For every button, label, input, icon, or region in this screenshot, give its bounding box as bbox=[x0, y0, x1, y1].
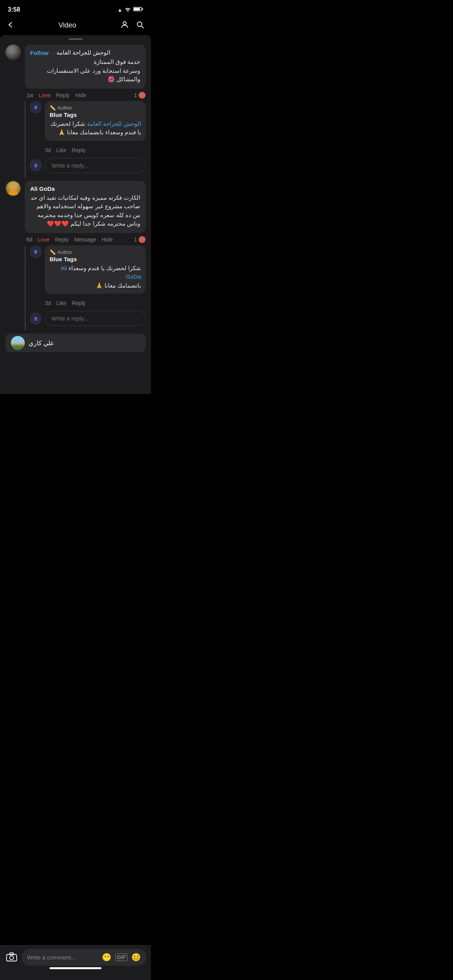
mention-1-1: الوحش للجراحة العامة bbox=[87, 120, 141, 127]
reply-time-1-1: 3d bbox=[45, 147, 51, 153]
svg-rect-1 bbox=[134, 8, 140, 10]
nav-bar: Video bbox=[0, 17, 151, 35]
love-count-1: 1 ❤ bbox=[134, 92, 146, 99]
comment-header-2: Ali GoDa bbox=[30, 185, 140, 192]
username-2: Ali GoDa bbox=[30, 185, 55, 192]
comment-row-2: Ali GoDa الكارت فكرته مميزه وفيه امكانيا… bbox=[5, 181, 146, 233]
avatar-reply-input-2: ʙ bbox=[29, 312, 42, 325]
love-count-number-2: 1 bbox=[134, 236, 137, 243]
love-count-2: 1 ❤ bbox=[134, 236, 146, 243]
write-reply-input-2[interactable] bbox=[45, 311, 146, 326]
follow-button-1[interactable]: Follow bbox=[30, 50, 49, 56]
comment-bubble-2: Ali GoDa الكارت فكرته مميزه وفيه امكانيا… bbox=[25, 181, 146, 233]
comment-bubble-1: Follow · الوحش للجراحة العامة خدمة فوق ا… bbox=[25, 45, 146, 89]
pen-icon-1: ✏️ bbox=[50, 105, 56, 111]
username-1: الوحش للجراحة العامة bbox=[57, 49, 110, 56]
love-button-2[interactable]: Love bbox=[38, 236, 50, 243]
write-reply-input-1[interactable] bbox=[45, 158, 146, 173]
avatar-reply-input-1: ʙ bbox=[29, 159, 42, 171]
reply-button-2[interactable]: Reply bbox=[55, 236, 69, 243]
love-count-number-1: 1 bbox=[134, 92, 137, 98]
page-title: Video bbox=[58, 21, 76, 29]
svg-point-3 bbox=[123, 22, 126, 25]
love-button-1[interactable]: Love bbox=[39, 92, 50, 98]
avatar-comment-2[interactable] bbox=[5, 181, 21, 196]
svg-line-5 bbox=[142, 26, 144, 29]
wifi-icon bbox=[125, 7, 131, 13]
battery-icon bbox=[133, 7, 143, 13]
profile-icon[interactable] bbox=[120, 20, 129, 31]
mention-2-1: Ali GoDa bbox=[60, 265, 141, 280]
status-icons: ▲ bbox=[117, 7, 143, 13]
reply-thread-2: ʙ ✏️ Author Blue Tags شكرا لحضرتك يا فند… bbox=[25, 245, 146, 331]
back-button[interactable] bbox=[6, 21, 15, 30]
comment-text-2: الكارت فكرته مميزه وفيه امكانيات تفيد اي… bbox=[30, 194, 140, 228]
reply-row-2-1: ʙ ✏️ Author Blue Tags شكرا لحضرتك يا فند… bbox=[29, 245, 146, 294]
bottom-padding bbox=[0, 355, 151, 394]
actions-row-1: 1w Love Reply Hide 1 ❤ bbox=[5, 89, 146, 101]
reply-bubble-1-1: ✏️ Author Blue Tags الوحش للجراحة العامة… bbox=[45, 101, 146, 141]
comment-block-1: Follow · الوحش للجراحة العامة خدمة فوق ا… bbox=[0, 45, 151, 178]
comment-time-2: 6d bbox=[26, 236, 33, 243]
reply-text-2-1: شكرا لحضرتك يا فندم وسعداء Ali GoDa بانض… bbox=[50, 264, 141, 290]
reply-text-1-1: الوحش للجراحة العامة شكرا لحضرتك يا فندم… bbox=[50, 120, 141, 137]
reply-row-1-1: ʙ ✏️ Author Blue Tags الوحش للجراحة العا… bbox=[29, 101, 146, 141]
avatar-comment-1[interactable] bbox=[5, 45, 21, 60]
author-tag-2-1: Author bbox=[57, 249, 72, 255]
author-label-2-1: ✏️ Author bbox=[50, 249, 141, 255]
hide-button-1[interactable]: Hide bbox=[75, 92, 86, 98]
message-button-2[interactable]: Message bbox=[74, 236, 96, 243]
author-label-1-1: ✏️ Author bbox=[50, 105, 141, 111]
reply-bubble-2-1: ✏️ Author Blue Tags شكرا لحضرتك يا فندم … bbox=[45, 245, 146, 294]
reply-author-name-2-1: Blue Tags bbox=[50, 256, 141, 262]
reply-actions-1-1: 3d Like Reply bbox=[29, 144, 146, 156]
comment-block-2: Ali GoDa الكارت فكرته مميزه وفيه امكانيا… bbox=[0, 181, 151, 331]
reply-time-2-1: 3d bbox=[45, 300, 51, 306]
author-tag-1-1: Author bbox=[57, 105, 72, 111]
pen-icon-2: ✏️ bbox=[50, 249, 56, 255]
like-button-2-1[interactable]: Like bbox=[57, 300, 67, 306]
reply-button-1[interactable]: Reply bbox=[56, 92, 70, 98]
avatar-bluetags-1: ʙ bbox=[29, 101, 42, 113]
avatar-last-comment bbox=[11, 336, 25, 350]
actions-row-2: 6d Love Reply Message Hide 1 ❤ bbox=[5, 233, 146, 245]
heart-icon-2: ❤ bbox=[139, 236, 146, 243]
comment-text-1: خدمة فوق الممتازةوسرعة استجابة ورد علي ا… bbox=[30, 58, 140, 84]
hide-button-2[interactable]: Hide bbox=[102, 236, 113, 243]
comment-time-1: 1w bbox=[26, 92, 33, 98]
comment-header-1: Follow · الوحش للجراحة العامة bbox=[30, 49, 140, 56]
signal-icon: ▲ bbox=[117, 7, 122, 13]
reply-thread-1: ʙ ✏️ Author Blue Tags الوحش للجراحة العا… bbox=[25, 101, 146, 178]
comment-row-1: Follow · الوحش للجراحة العامة خدمة فوق ا… bbox=[5, 45, 146, 89]
like-button-1-1[interactable]: Like bbox=[57, 147, 67, 153]
avatar-bluetags-2: ʙ bbox=[29, 245, 42, 258]
reply-author-name-1-1: Blue Tags bbox=[50, 111, 141, 118]
write-reply-row-1: ʙ bbox=[29, 156, 146, 178]
svg-rect-2 bbox=[142, 9, 143, 10]
last-comment-row: علي كاري bbox=[5, 334, 146, 352]
reply-button-1-1[interactable]: Reply bbox=[72, 147, 86, 153]
drag-handle bbox=[69, 38, 82, 40]
reply-button-2-1[interactable]: Reply bbox=[72, 300, 86, 306]
heart-icon-1: ❤ bbox=[139, 92, 146, 99]
svg-point-4 bbox=[137, 22, 142, 27]
scroll-area: Follow · الوحش للجراحة العامة خدمة فوق ا… bbox=[0, 35, 151, 394]
status-time: 3:58 bbox=[8, 6, 20, 13]
nav-icons bbox=[120, 20, 145, 31]
write-reply-row-2: ʙ bbox=[29, 308, 146, 331]
last-comment-username: علي كاري bbox=[29, 339, 54, 347]
reply-actions-2-1: 3d Like Reply bbox=[29, 297, 146, 308]
search-icon[interactable] bbox=[136, 20, 145, 31]
status-bar: 3:58 ▲ bbox=[0, 0, 151, 17]
